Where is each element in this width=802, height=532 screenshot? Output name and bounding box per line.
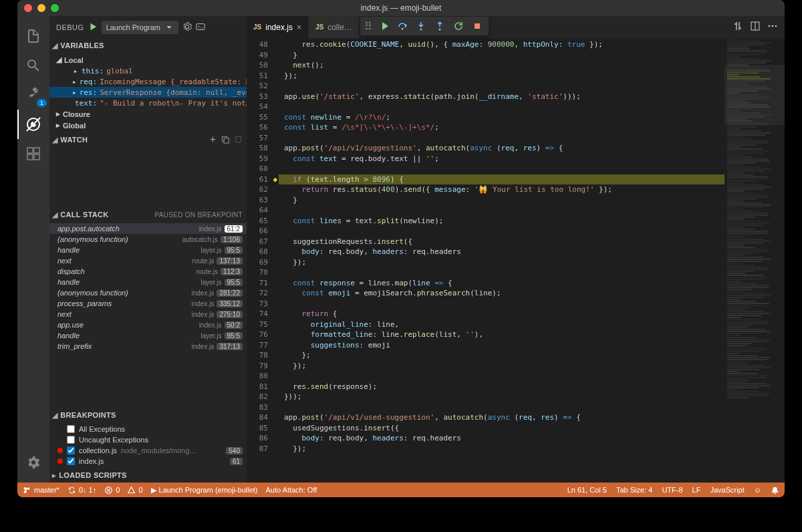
variable-row[interactable]: ▸res:ServerResponse {domain: null, _eve… (49, 87, 247, 98)
extensions-tab[interactable] (17, 139, 49, 168)
step-into-button[interactable] (414, 19, 428, 33)
editor-area: JSindex.js×JScolle… ⠿ 484950515253545556… (247, 16, 785, 483)
problems-status[interactable]: 0 0 (104, 486, 142, 495)
debug-label: DEBUG (56, 23, 84, 31)
step-over-button[interactable] (395, 19, 410, 33)
window-maximize-button[interactable] (51, 4, 59, 12)
activity-bar: 1 (17, 16, 49, 483)
split-editor-button[interactable] (750, 21, 761, 34)
window-minimize-button[interactable] (37, 4, 45, 12)
indentation-status[interactable]: Tab Size: 4 (616, 486, 652, 495)
scope-global[interactable]: ▸Global (49, 120, 247, 131)
feedback-icon[interactable]: ☺ (754, 486, 761, 495)
svg-rect-2 (196, 23, 205, 29)
compare-changes-button[interactable] (732, 21, 743, 34)
callstack-frame[interactable]: app.useindex.js50:2 (49, 319, 247, 330)
line-gutter[interactable]: 48495051525354555657585960◆6162636465666… (247, 38, 279, 483)
callstack-frame[interactable]: trim_prefixindex.js317:13 (49, 341, 247, 352)
encoding-status[interactable]: UTF-8 (662, 486, 682, 495)
callstack-frame[interactable]: handlelayer.js95:5 (49, 330, 247, 341)
debug-sidebar: DEBUG Launch Program ◢VARIABLES ◢Local ▸… (49, 16, 247, 483)
breakpoints-section-header[interactable]: ◢BREAKPOINTS (49, 408, 247, 422)
watch-section-header[interactable]: ◢WATCH (49, 132, 247, 147)
minimap[interactable] (724, 38, 785, 483)
callstack-frame[interactable]: nextindex.js275:10 (49, 309, 247, 319)
breakpoint-row[interactable]: index.js61 (49, 456, 247, 467)
bp-uncaught-exceptions[interactable]: Uncaught Exceptions (49, 434, 247, 445)
bp-all-exceptions[interactable]: All Exceptions (49, 424, 247, 434)
collapse-watch-button[interactable] (221, 135, 230, 145)
git-branch[interactable]: master* (23, 486, 59, 495)
search-tab[interactable] (17, 51, 49, 80)
code-editor[interactable]: res.cookie(COOKIE_NAME, uuid(), { maxAge… (279, 38, 724, 483)
debug-config-select[interactable]: Launch Program (102, 21, 178, 34)
loaded-scripts-section-header[interactable]: ▸LOADED SCRIPTS (49, 468, 247, 483)
close-tab-icon[interactable]: × (297, 23, 301, 32)
callstack-frame[interactable]: nextroute.js137:13 (49, 255, 247, 266)
language-status[interactable]: JavaScript (710, 486, 744, 495)
svg-point-12 (420, 29, 422, 31)
window-close-button[interactable] (24, 4, 32, 12)
callstack-frame[interactable]: (anonymous function)autocatch.js1:106 (49, 234, 247, 245)
add-watch-button[interactable] (209, 135, 217, 145)
titlebar: index.js — emoji-bullet (17, 0, 785, 16)
launch-status[interactable]: ▶ Launch Program (emoji-bullet) (151, 486, 258, 495)
notifications-icon[interactable] (771, 486, 779, 495)
variable-row[interactable]: text:"- Build a robot\n- Pray it's not…" (49, 98, 247, 108)
status-bar: master* 0↓ 1↑ 0 0 ▶ Launch Program (emoj… (17, 483, 785, 497)
editor-tab[interactable]: JSindex.js× (247, 16, 309, 38)
svg-rect-14 (475, 23, 480, 29)
svg-point-13 (439, 29, 441, 31)
debug-tab[interactable] (17, 110, 49, 139)
scm-badge: 1 (37, 99, 47, 107)
callstack-frame[interactable]: (anonymous function)index.js281:22 (49, 287, 247, 298)
stop-button[interactable] (470, 19, 485, 33)
debug-console-button[interactable] (196, 22, 205, 33)
variable-row[interactable]: ▸req:IncomingMessage {_readableState: R… (49, 76, 247, 87)
eol-status[interactable]: LF (692, 486, 701, 495)
window-title: index.js — emoji-bullet (361, 3, 442, 13)
scope-local[interactable]: ◢Local (49, 54, 247, 65)
variable-row[interactable]: ▸this:global (49, 65, 247, 76)
svg-rect-5 (235, 136, 241, 142)
variables-section-header[interactable]: ◢VARIABLES (49, 38, 247, 53)
editor-tab[interactable]: JScolle… (309, 16, 360, 38)
settings-button[interactable] (17, 448, 49, 477)
callstack-frame[interactable]: handlelayer.js95:5 (49, 245, 247, 255)
svg-point-9 (772, 25, 774, 27)
cursor-position[interactable]: Ln 61, Col 5 (567, 486, 607, 495)
callstack-frame[interactable]: process_paramsindex.js335:12 (49, 298, 247, 309)
scope-closure[interactable]: ▸Closure (49, 108, 247, 120)
scm-tab[interactable]: 1 (17, 80, 49, 110)
svg-point-11 (402, 28, 404, 30)
auto-attach-status[interactable]: Auto Attach: Off (265, 486, 317, 494)
svg-point-10 (775, 25, 777, 27)
callstack-frame[interactable]: handlelayer.js95:5 (49, 277, 247, 287)
debug-configure-button[interactable] (182, 22, 192, 33)
start-debug-button[interactable] (88, 22, 98, 33)
minimap-slider[interactable] (724, 65, 785, 125)
restart-button[interactable] (451, 19, 466, 33)
git-sync[interactable]: 0↓ 1↑ (68, 486, 96, 495)
svg-rect-4 (224, 138, 229, 142)
step-out-button[interactable] (432, 19, 447, 33)
callstack-section-header[interactable]: ◢CALL STACKPAUSED ON BREAKPOINT (49, 207, 247, 222)
breakpoint-row[interactable]: collection.jsnode_modules/mong…540 (49, 445, 247, 456)
debug-toolbar[interactable]: ⠿ (360, 17, 489, 35)
callstack-frame[interactable]: dispatchroute.js112:3 (49, 266, 247, 277)
svg-point-8 (769, 25, 771, 27)
remove-watch-button[interactable] (234, 135, 243, 145)
callstack-frame[interactable]: app.post.autocatchindex.js61:2 (49, 223, 247, 234)
explorer-tab[interactable] (17, 21, 49, 51)
drag-handle-icon[interactable]: ⠿ (364, 20, 372, 33)
more-actions-button[interactable] (767, 21, 778, 34)
editor-tabs: JSindex.js×JScolle… (247, 16, 785, 38)
continue-button[interactable] (376, 19, 391, 33)
